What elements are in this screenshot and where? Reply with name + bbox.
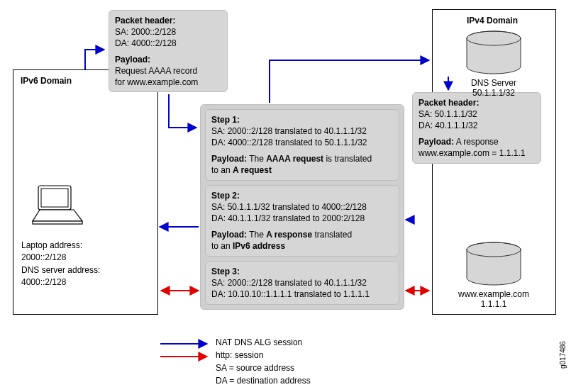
legend-nat: NAT DNS ALG session xyxy=(216,337,302,349)
arrows-overlay xyxy=(0,0,571,392)
legend-sa: SA = source address xyxy=(216,362,294,374)
figure-id-tag: g017486 xyxy=(559,341,567,369)
legend-http: http: session xyxy=(216,349,263,362)
legend: NAT DNS ALG session http: session SA = s… xyxy=(160,337,311,388)
legend-da: DA = destination address xyxy=(216,375,311,387)
